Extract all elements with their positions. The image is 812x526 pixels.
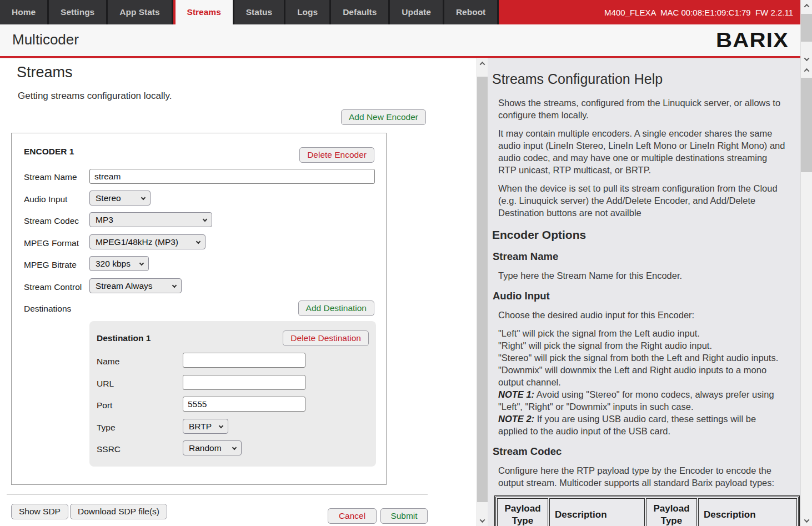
destination-ssrc-value: Random	[189, 443, 222, 453]
chevron-down-icon	[139, 261, 144, 265]
help-line: "Downmix" will downmix the Left and Righ…	[498, 364, 787, 388]
payload-type-table: Payload Type Description Payload Type De…	[494, 495, 800, 526]
stream-control-select[interactable]: Stream Always	[89, 278, 182, 293]
audio-input-label: Audio Input	[24, 194, 67, 204]
encoder-options-heading: Encoder Options	[492, 228, 788, 242]
mpeg-bitrate-value: 320 kbps	[96, 259, 131, 269]
destination-url-input[interactable]	[183, 375, 305, 390]
stream-name-help-heading: Stream Name	[493, 250, 788, 263]
right-scrollbar[interactable]	[800, 0, 812, 526]
mpeg-bitrate-select[interactable]: 320 kbps	[89, 256, 149, 271]
nav-tab-logs[interactable]: Logs	[285, 0, 329, 24]
main-scrollbar[interactable]	[477, 58, 488, 526]
encoder-title: ENCODER 1	[24, 147, 74, 157]
nav-tab-defaults[interactable]: Defaults	[331, 0, 388, 24]
audio-input-select[interactable]: Stereo	[89, 191, 151, 206]
submit-button[interactable]: Submit	[380, 508, 428, 524]
main-panel: Streams Getting streams configuration lo…	[0, 58, 477, 526]
scrollbar-thumb[interactable]	[801, 14, 812, 42]
barix-logo: BARIX	[716, 29, 789, 52]
destination-panel: Destination 1 Delete Destination Name UR…	[89, 321, 376, 467]
table-header-cell: Description	[549, 498, 645, 526]
nav-tab-home[interactable]: Home	[0, 0, 47, 24]
help-paragraph: It may contain multiple encoders. A sing…	[498, 127, 787, 176]
destinations-label: Destinations	[24, 304, 71, 314]
stream-control-label: Stream Control	[24, 282, 82, 292]
stream-codec-select[interactable]: MP3	[89, 212, 212, 227]
mpeg-format-select[interactable]: MPEG1/48kHz (MP3)	[89, 234, 205, 249]
help-paragraph: Shows the streams, configured from the L…	[498, 97, 787, 121]
nav-tab-update[interactable]: Update	[390, 0, 443, 24]
help-line: "Stereo" will pick the signal from both …	[498, 352, 787, 364]
help-note-1: NOTE 1: Avoid using "Stereo" for mono co…	[498, 388, 787, 413]
stream-control-value: Stream Always	[96, 281, 153, 291]
destination-title: Destination 1	[97, 333, 151, 343]
stream-codec-label: Stream Codec	[24, 216, 79, 226]
add-destination-button[interactable]: Add Destination	[298, 300, 374, 316]
table-header-cell: Description	[698, 498, 797, 526]
table-header-cell: Payload Type	[497, 498, 548, 526]
destination-url-label: URL	[97, 379, 114, 389]
scroll-up-icon[interactable]	[801, 1, 812, 10]
chevron-down-icon	[196, 239, 201, 244]
footer-divider	[7, 494, 428, 494]
delete-destination-button[interactable]: Delete Destination	[283, 330, 369, 346]
audio-input-help-lines: "Left" will pick the signal from the Lef…	[498, 327, 787, 437]
show-sdp-button[interactable]: Show SDP	[11, 504, 68, 519]
encoder-panel: ENCODER 1 Delete Encoder Stream Name Aud…	[11, 133, 387, 485]
chevron-down-icon	[141, 196, 146, 200]
top-nav: Home Settings App Stats Streams Status L…	[0, 0, 800, 24]
help-paragraph: Choose the desired audio input for this …	[498, 309, 787, 321]
download-sdp-button[interactable]: Download SDP file(s)	[70, 504, 167, 519]
help-paragraph: Type here the Stream Name for this Encod…	[498, 269, 787, 282]
help-line: "Right" will pick the signal from the Ri…	[498, 339, 787, 352]
stream-codec-value: MP3	[96, 215, 113, 225]
chevron-down-icon	[219, 424, 223, 428]
streams-subtitle: Getting streams configuration locally.	[18, 91, 172, 102]
delete-encoder-button[interactable]: Delete Encoder	[299, 147, 374, 163]
stream-name-input[interactable]	[89, 169, 375, 184]
add-new-encoder-button[interactable]: Add New Encoder	[341, 109, 426, 125]
help-panel: Streams Configuration Help Shows the str…	[488, 58, 800, 526]
cancel-button[interactable]: Cancel	[328, 508, 377, 524]
device-info-bar: M400_FLEXA MAC 00:08:E1:09:C1:79 FW 2.2.…	[499, 0, 800, 24]
nav-tab-streams[interactable]: Streams	[173, 0, 233, 24]
chevron-down-icon	[172, 283, 177, 288]
device-info-text: M400_FLEXA MAC 00:08:E1:09:C1:79 FW 2.2.…	[604, 8, 793, 17]
scrollbar-thumb[interactable]	[801, 78, 812, 172]
help-note-2: NOTE 2: If you are using USB audio card,…	[498, 413, 787, 437]
table-header-cell: Payload Type	[646, 498, 697, 526]
mpeg-format-value: MPEG1/48kHz (MP3)	[96, 237, 178, 247]
help-title: Streams Configuration Help	[492, 71, 788, 87]
mpeg-bitrate-label: MPEG Bitrate	[24, 260, 77, 270]
table-header-row: Payload Type Description Payload Type De…	[497, 498, 797, 526]
chevron-down-icon	[232, 445, 237, 450]
nav-tab-settings[interactable]: Settings	[49, 0, 106, 24]
page-header: Multicoder BARIX	[0, 24, 800, 58]
audio-input-help-heading: Audio Input	[493, 289, 788, 303]
destination-ssrc-select[interactable]: Random	[183, 440, 242, 455]
streams-heading: Streams	[17, 64, 73, 81]
scroll-up-icon[interactable]	[477, 59, 488, 68]
destination-ssrc-label: SSRC	[97, 444, 121, 454]
destination-port-input[interactable]	[183, 397, 305, 412]
destination-port-label: Port	[97, 400, 112, 410]
destination-type-label: Type	[97, 423, 116, 433]
mpeg-format-label: MPEG Format	[24, 238, 79, 248]
help-line: "Left" will pick the signal from the Lef…	[498, 327, 787, 339]
scroll-down-icon[interactable]	[801, 516, 812, 525]
nav-tab-reboot[interactable]: Reboot	[444, 0, 497, 24]
help-paragraph: When the device is set to pull its strea…	[498, 182, 787, 219]
scroll-down-icon[interactable]	[477, 516, 488, 525]
stream-codec-help-heading: Stream Codec	[493, 445, 788, 458]
nav-tab-status[interactable]: Status	[234, 0, 284, 24]
destination-type-select[interactable]: BRTP	[183, 419, 228, 434]
stream-name-label: Stream Name	[24, 172, 77, 182]
destination-name-input[interactable]	[183, 353, 305, 368]
scroll-down-icon[interactable]	[801, 54, 812, 63]
nav-tab-app-stats[interactable]: App Stats	[108, 0, 171, 24]
scroll-up-icon[interactable]	[801, 66, 812, 74]
destination-name-label: Name	[97, 357, 119, 367]
chevron-down-icon	[203, 217, 207, 222]
scrollbar-thumb[interactable]	[477, 77, 488, 502]
